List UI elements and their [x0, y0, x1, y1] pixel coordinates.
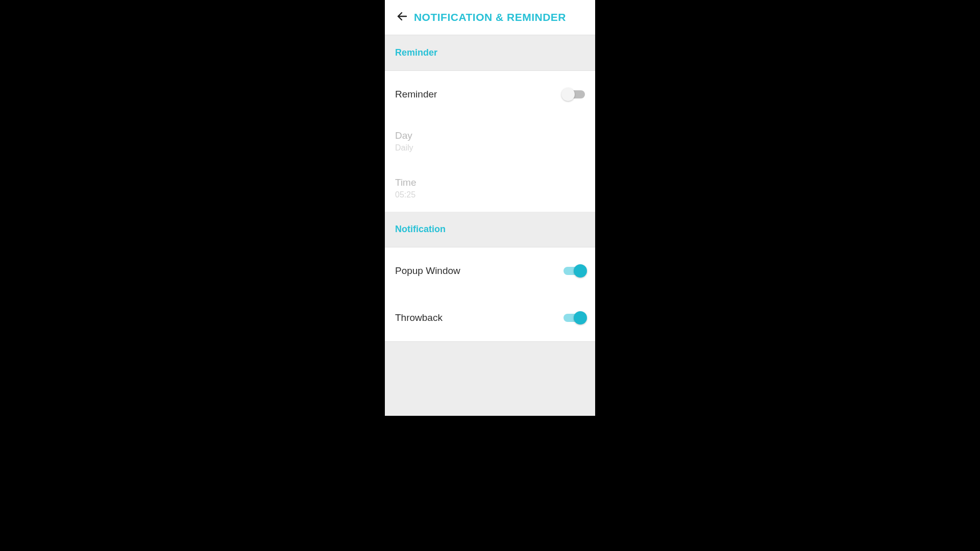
row-reminder-toggle[interactable]: Reminder [385, 71, 595, 118]
section-body-notification: Popup Window Throwback [385, 247, 595, 342]
toggle-knob [574, 311, 587, 324]
row-value: 05:25 [395, 190, 415, 199]
toggle-knob [574, 264, 587, 278]
section-header-notification: Notification [385, 212, 595, 247]
section-header-reminder: Reminder [385, 35, 595, 71]
arrow-left-icon [396, 10, 408, 24]
row-day[interactable]: Day Daily [385, 118, 595, 165]
row-value: Daily [395, 143, 413, 153]
popup-toggle[interactable] [564, 267, 585, 275]
row-label: Throwback [395, 312, 443, 323]
throwback-toggle[interactable] [564, 314, 585, 322]
row-time[interactable]: Time 05:25 [385, 165, 595, 212]
row-throwback[interactable]: Throwback [385, 294, 595, 341]
app-screen: NOTIFICATION & REMINDER Reminder Reminde… [385, 0, 595, 416]
back-button[interactable] [388, 3, 416, 32]
toggle-knob [561, 88, 575, 101]
row-label: Reminder [395, 89, 437, 100]
app-header: NOTIFICATION & REMINDER [385, 0, 595, 35]
row-popup-window[interactable]: Popup Window [385, 247, 595, 294]
row-label: Time [395, 177, 416, 188]
section-body-reminder: Reminder Day Daily Time 05:25 [385, 71, 595, 212]
section-header-label: Notification [395, 224, 446, 235]
reminder-toggle[interactable] [564, 90, 585, 98]
row-label: Day [395, 130, 412, 141]
row-label: Popup Window [395, 265, 460, 277]
section-header-label: Reminder [395, 47, 437, 58]
